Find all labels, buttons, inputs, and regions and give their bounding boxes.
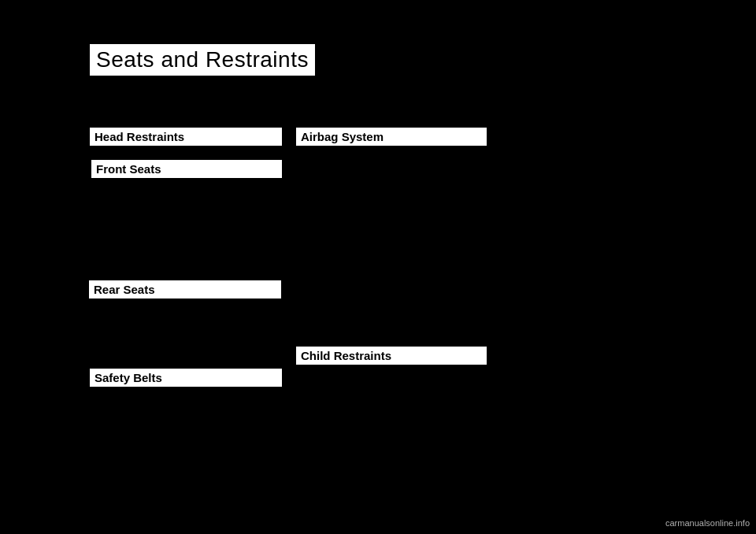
head-restraints-link[interactable]: Head Restraints [90, 128, 282, 146]
page-content: Seats and Restraints Head Restraints Fro… [0, 0, 756, 534]
front-seats-link[interactable]: Front Seats [91, 160, 282, 178]
page-title: Seats and Restraints [90, 44, 315, 76]
child-restraints-link[interactable]: Child Restraints [296, 347, 487, 365]
watermark: carmanualsonline.info [665, 518, 750, 528]
airbag-system-link[interactable]: Airbag System [296, 128, 487, 146]
safety-belts-link[interactable]: Safety Belts [90, 369, 282, 387]
rear-seats-link[interactable]: Rear Seats [89, 280, 281, 299]
